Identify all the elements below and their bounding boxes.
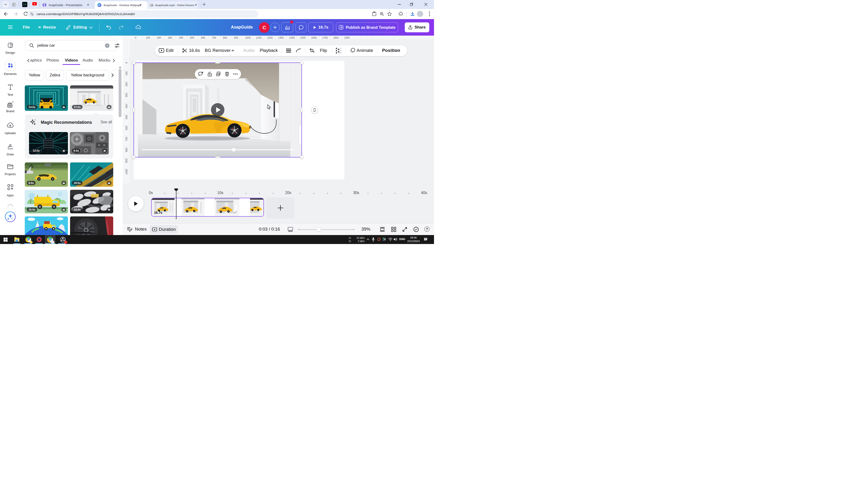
- svg-text:G: G: [23, 3, 25, 6]
- svg-text:C: C: [98, 4, 100, 7]
- svg-text:GIF: GIF: [151, 4, 153, 6]
